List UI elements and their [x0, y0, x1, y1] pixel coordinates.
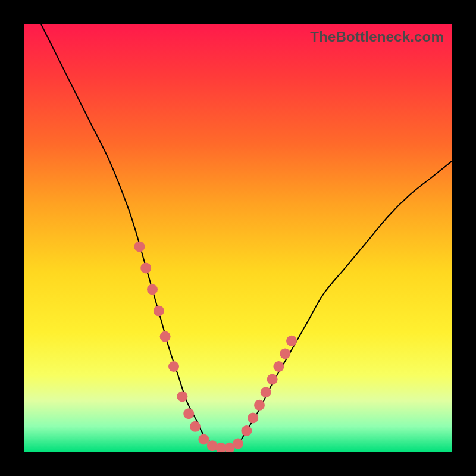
- curve-marker: [286, 336, 297, 346]
- curve-marker: [261, 387, 271, 397]
- curve-marker: [168, 361, 179, 372]
- curve-marker: [267, 374, 278, 385]
- bottleneck-curve: [41, 24, 452, 449]
- curve-marker: [248, 412, 258, 423]
- curve-marker: [147, 284, 158, 295]
- plot-area: TheBottleneck.com: [24, 24, 452, 452]
- curve-marker: [273, 361, 284, 372]
- curve-marker: [190, 421, 201, 432]
- curve-marker: [160, 331, 171, 342]
- curve-marker: [177, 391, 187, 402]
- marker-group: [134, 241, 297, 452]
- chart-frame: TheBottleneck.com: [0, 0, 476, 476]
- curve-marker: [183, 408, 194, 419]
- curve-marker: [198, 434, 209, 444]
- curve-marker: [140, 262, 151, 273]
- curve-svg: [24, 24, 452, 452]
- curve-marker: [241, 425, 252, 436]
- curve-marker: [154, 305, 164, 316]
- curve-marker: [280, 348, 290, 359]
- curve-marker: [134, 241, 145, 252]
- curve-marker: [233, 439, 243, 449]
- curve-marker: [254, 400, 265, 411]
